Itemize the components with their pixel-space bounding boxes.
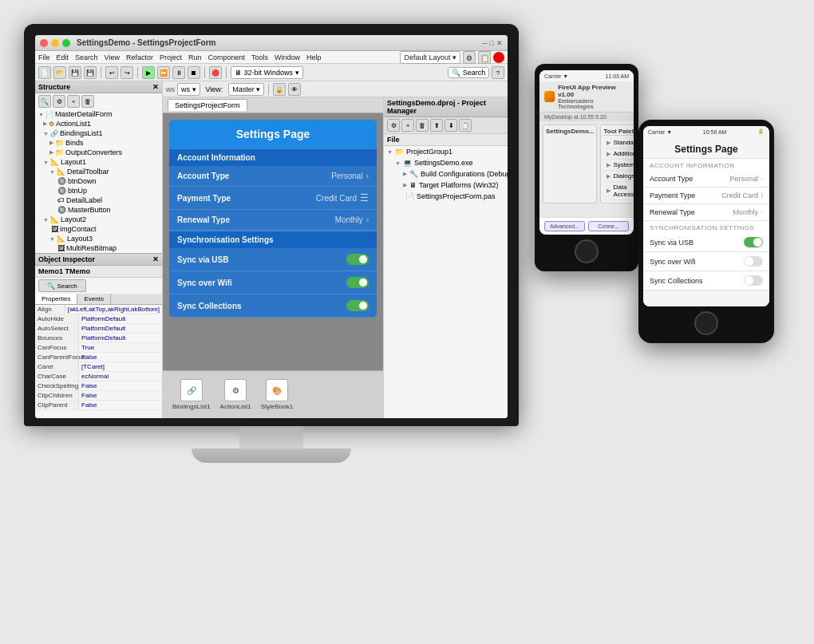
close-icon[interactable]: ✕ [496,39,503,47]
tree-item-btnup[interactable]: 🔘 btnUp [35,186,162,196]
component-actionlist[interactable]: ⚙ ActionList1 [220,379,251,410]
palette-standard[interactable]: ▶Standard [603,137,634,148]
tree-item-bindingslist[interactable]: ▼ 🔗 BindingsList1 [35,128,162,138]
component-stylebook[interactable]: 🎨 StyleBook1 [261,379,293,410]
palette-additional[interactable]: ▶Additional [603,148,634,160]
palette-system[interactable]: ▶System [603,160,634,171]
menu-tools[interactable]: Tools [251,53,268,61]
tree-item-layout2[interactable]: ▼ 📐 Layout2 [35,215,162,224]
ios-row-sync-usb[interactable]: Sync via USB [643,233,769,252]
pm-tree-projectgroup[interactable]: ▼ 📁 ProjectGroup1 [384,146,508,157]
structure-close[interactable]: ✕ [152,83,159,91]
toggle-sync-usb[interactable] [346,254,369,265]
tab-properties[interactable]: Properties [35,294,77,304]
menu-edit[interactable]: Edit [57,53,69,61]
android-home-btn[interactable] [575,239,599,263]
menu-refactor[interactable]: Refactor [126,53,153,61]
platform-dropdown[interactable]: 🖥 32-bit Windows ▾ [231,66,303,79]
tree-item-masterbutton[interactable]: 🔘 MasterButton [35,205,162,215]
menu-file[interactable]: File [38,53,50,61]
menu-component[interactable]: Component [207,53,245,61]
ios-row-renewal-type[interactable]: Renewal Type Monthly › [643,204,769,221]
help-btn[interactable]: ? [492,66,504,79]
btn-advanced[interactable]: Advanced... [544,221,585,231]
redo-btn[interactable]: ↪ [121,66,133,79]
pm-tree-settingsform[interactable]: 📄 SettingsProjectForm.pas [384,191,508,202]
oi-search-btn[interactable]: 🔍 Search [38,279,86,292]
pm-tree-settingsdemo[interactable]: ▼ 💻 SettingsDemo.exe [384,157,508,168]
ios-row-account-type[interactable]: Account Type Personal › [643,171,769,188]
tree-item-multiresbitmap[interactable]: 🖼 MultiResBitmap [35,243,162,253]
lock-btn[interactable]: 🔒 [273,83,286,96]
menu-project[interactable]: Project [160,53,182,61]
toggle-sync-collections[interactable] [744,275,763,286]
toolbar-btn1[interactable]: ⚙ [463,51,476,64]
pm-btn3[interactable]: 🗑 [416,119,429,132]
layout-dropdown[interactable]: Default Layout ▾ [400,51,460,64]
menu-view[interactable]: View [105,53,120,61]
step-btn[interactable]: ⏩ [157,66,170,79]
stop-btn[interactable] [493,52,504,63]
tree-item-detaillabel[interactable]: 🏷 DetailLabel [35,196,162,205]
form-canvas[interactable]: Settings Page Account Information Accoun… [163,113,383,370]
toggle-sync-collections[interactable] [346,300,369,311]
save-all-btn[interactable]: 💾 [84,66,97,79]
min-btn[interactable] [51,39,59,47]
pm-btn6[interactable]: 📋 [459,119,472,132]
palette-dataaccess[interactable]: ▶Data Access [603,182,634,200]
eye-btn[interactable]: 👁 [288,83,301,96]
palette-dialogs[interactable]: ▶Dialogs [603,171,634,182]
open-btn[interactable]: 📂 [53,66,66,79]
windows-dropdown[interactable]: ws ▾ [177,83,200,96]
max-btn[interactable] [62,39,70,47]
toggle-sync-wifi[interactable] [346,277,369,288]
tree-item-layout3[interactable]: ▼ 📐 Layout3 [35,234,162,243]
pm-btn5[interactable]: ⬇ [445,119,457,132]
menu-run[interactable]: Run [188,53,202,61]
tree-item-btndown[interactable]: 🔘 btnDown [35,176,162,186]
struct-btn2[interactable]: ⚙ [53,95,65,108]
oi-close[interactable]: ✕ [152,255,159,263]
struct-btn1[interactable]: 🔍 [38,95,51,108]
pm-btn2[interactable]: + [401,119,414,132]
sf-row-sync-usb[interactable]: Sync via USB [169,248,377,271]
minimize-icon[interactable]: ─ [482,39,487,47]
struct-btn3[interactable]: + [67,95,80,108]
struct-btn4[interactable]: 🗑 [81,95,94,108]
save-btn[interactable]: 💾 [69,66,81,79]
breakpt-btn[interactable]: 🔴 [209,66,222,79]
menu-search[interactable]: Search [75,53,98,61]
sf-row-account-type[interactable]: Account Type Personal › [169,166,377,187]
ios-home-btn[interactable] [694,311,718,335]
tab-events[interactable]: Events [77,294,110,304]
stop-btn2[interactable]: ⏹ [188,66,200,79]
run-btn[interactable]: ▶ [142,66,155,79]
tree-item-binds[interactable]: ▶ 📁 Binds [35,138,162,148]
pm-btn4[interactable]: ⬆ [430,119,443,132]
menu-help[interactable]: Help [306,53,322,61]
view-dropdown[interactable]: Master ▾ [228,83,264,96]
toolbar-btn2[interactable]: 📋 [478,51,491,64]
toggle-sync-wifi[interactable] [744,256,763,267]
sf-row-renewal-type[interactable]: Renewal Type Monthly › [169,210,377,231]
close-btn[interactable] [40,39,48,47]
sf-row-sync-collections[interactable]: Sync Collections [169,294,377,318]
sf-row-sync-wifi[interactable]: Sync over Wifi [169,271,377,294]
menu-window[interactable]: Window [275,53,300,61]
tree-item-layout1[interactable]: ▼ 📐 Layout1 [35,157,162,167]
form-tab[interactable]: SettingsProjectForm [168,99,247,111]
sf-row-payment-type[interactable]: Payment Type Credit Card ☰ [169,187,377,210]
ios-row-payment-type[interactable]: Payment Type Credit Card ℹ [643,188,769,204]
pm-btn1[interactable]: ⚙ [387,119,400,132]
tree-item-actionlist[interactable]: ▶ ⚙ ActionList1 [35,119,162,128]
btn-connect[interactable]: Conne... [588,221,629,231]
toggle-sync-usb[interactable] [744,237,763,247]
pm-tree-buildconfig[interactable]: ▶ 🔧 Build Configurations (Debug) [384,168,508,180]
undo-btn[interactable]: ↩ [105,66,118,79]
restore-icon[interactable]: □ [490,39,494,47]
new-btn[interactable]: 📄 [38,66,51,79]
tree-item-masterdetail[interactable]: ▼ 📄 MasterDetailForm [35,109,162,119]
search-input[interactable]: 🔍 Search [448,67,489,78]
tree-item-imgcontact[interactable]: 🖼 imgContact [35,224,162,234]
ios-row-sync-collections[interactable]: Sync Collections [643,271,769,290]
